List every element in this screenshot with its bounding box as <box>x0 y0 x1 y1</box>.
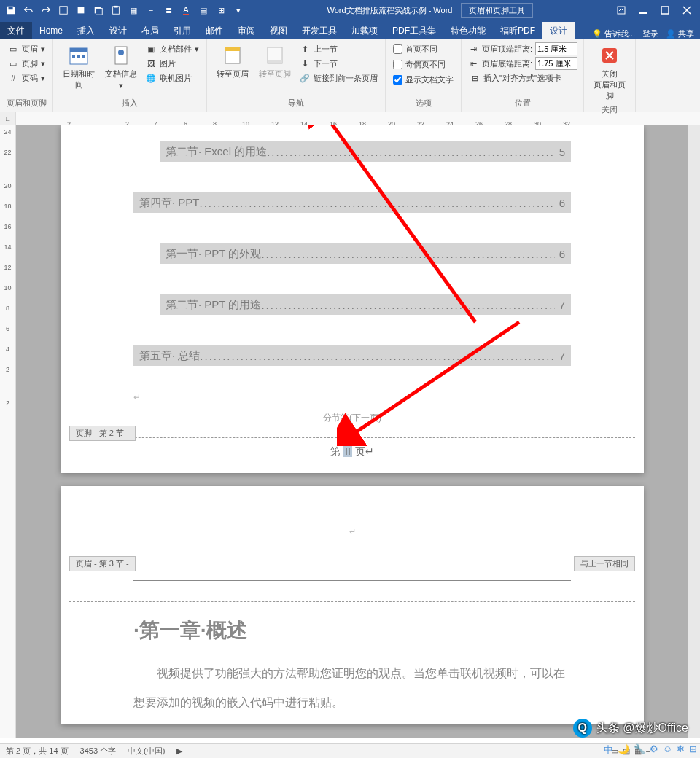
quick-access-toolbar: ▦ ≡ ≣ A ▤ ⊞ ▾ <box>0 2 249 18</box>
ribbon: ▭页眉 ▾ ▭页脚 ▾ #页码 ▾ 页眉和页脚 日期和时间 文档信息 ▾ ▣文档… <box>0 39 700 112</box>
svg-rect-0 <box>60 7 68 15</box>
context-tab-title: 页眉和页脚工具 <box>461 3 533 18</box>
datetime-button[interactable]: 日期和时间 <box>59 42 98 92</box>
tab-addins[interactable]: 加载项 <box>344 22 385 39</box>
qat-icon[interactable]: ≣ <box>160 2 176 18</box>
pagenum-icon: # <box>7 72 19 84</box>
goto-footer-button[interactable]: 转至页脚 <box>255 42 295 81</box>
tab-hf-design[interactable]: 设计 <box>542 22 575 39</box>
minimize-icon[interactable] <box>633 2 653 18</box>
tray-icon[interactable]: ⊞ <box>689 743 697 757</box>
close-hf-icon <box>598 44 621 67</box>
page-area[interactable]: 第二节· Excel 的用途..........................… <box>16 125 688 738</box>
group-label: 页眉和页脚 <box>6 96 47 109</box>
qat-icon[interactable] <box>73 2 89 18</box>
footer-page-number[interactable]: 第 II 页↵ <box>61 438 644 466</box>
qat-icon[interactable]: ⊞ <box>213 2 229 18</box>
undo-icon[interactable] <box>20 2 36 18</box>
tab-insert[interactable]: 插入 <box>70 22 102 39</box>
tray-icon[interactable]: ❄ <box>677 743 685 757</box>
language[interactable]: 中文(中国) <box>128 746 165 757</box>
qat-icon[interactable]: ▦ <box>125 2 141 18</box>
qat-icon[interactable] <box>55 2 71 18</box>
toc-entry: 第四章· PPT................................… <box>133 192 571 213</box>
online-pic-icon: 🌐 <box>145 72 157 84</box>
document-title: Word文档排版流程实战示例 - Word <box>327 5 453 16</box>
tray-icon[interactable]: 中 <box>604 743 613 757</box>
qat-icon[interactable] <box>90 2 106 18</box>
top-dist-icon: ⇥ <box>467 43 479 55</box>
tab-foxit[interactable]: 福昕PDF <box>493 22 542 39</box>
word-count[interactable]: 3453 个字 <box>80 746 117 757</box>
goto-header-button[interactable]: 转至页眉 <box>213 42 252 81</box>
redo-icon[interactable] <box>38 2 54 18</box>
top-dist-input[interactable] <box>535 42 578 55</box>
maximize-icon[interactable] <box>655 2 675 18</box>
paste-icon[interactable] <box>108 2 124 18</box>
first-page-diff-checkbox[interactable]: 首页不同 <box>392 42 455 56</box>
tab-pdfkit[interactable]: PDF工具集 <box>385 22 443 39</box>
tab-view[interactable]: 视图 <box>262 22 295 39</box>
qat-icon[interactable]: ≡ <box>143 2 159 18</box>
page-count[interactable]: 第 2 页，共 14 页 <box>6 746 69 757</box>
bot-dist-input[interactable] <box>535 57 578 70</box>
save-icon[interactable] <box>3 2 19 18</box>
svg-rect-13 <box>72 55 75 58</box>
tab-design[interactable]: 设计 <box>102 22 134 39</box>
qat-icon[interactable]: ▤ <box>195 2 211 18</box>
tray-icon[interactable]: ⚙ <box>650 743 658 757</box>
svg-rect-3 <box>96 8 103 15</box>
close-hf-button[interactable]: 关闭 页眉和页脚 <box>590 42 629 103</box>
docinfo-button[interactable]: 文档信息 ▾ <box>101 42 141 92</box>
odd-even-diff-checkbox[interactable]: 奇偶页不同 <box>392 58 455 71</box>
watermark: Q 头条 @爆炒Office <box>573 719 688 738</box>
header-button[interactable]: ▭页眉 ▾ <box>6 42 47 55</box>
tab-file[interactable]: 文件 <box>0 22 32 39</box>
svg-rect-14 <box>77 55 80 58</box>
bot-dist-icon: ⇤ <box>467 58 479 69</box>
toc-entry: 第二节· Excel 的用途..........................… <box>160 141 571 162</box>
footer-icon: ▭ <box>7 58 19 69</box>
insert-align-tab-button[interactable]: ⊟插入"对齐方式"选项卡 <box>467 71 578 85</box>
link-previous-button[interactable]: 🔗链接到前一条页眉 <box>298 71 379 85</box>
goto-header-icon <box>221 44 244 67</box>
tab-home[interactable]: Home <box>32 22 70 39</box>
align-tab-icon: ⊟ <box>469 72 481 84</box>
calendar-icon <box>67 44 90 67</box>
tab-review[interactable]: 审阅 <box>230 22 262 39</box>
close-icon[interactable] <box>677 2 697 18</box>
online-pic-button[interactable]: 🌐联机图片 <box>144 71 201 85</box>
picture-button[interactable]: 🖼图片 <box>144 57 201 70</box>
vertical-scrollbar[interactable] <box>688 125 700 738</box>
prev-section-button[interactable]: ⬆上一节 <box>298 42 379 55</box>
parts-icon: ▣ <box>145 43 157 55</box>
ribbon-options-icon[interactable] <box>611 2 631 18</box>
toc-entry: 第二节· PPT 的用途............................… <box>160 294 571 315</box>
pagenum-button[interactable]: #页码 ▾ <box>6 71 47 85</box>
tell-me[interactable]: 💡 告诉我... <box>592 28 635 39</box>
tray-icon[interactable]: ☺ <box>663 743 672 757</box>
tab-mailings[interactable]: 邮件 <box>198 22 230 39</box>
svg-rect-6 <box>618 7 625 14</box>
header-section-label: 页眉 - 第 3 节 - <box>69 556 136 571</box>
footer-button[interactable]: ▭页脚 ▾ <box>6 57 47 70</box>
next-section-button[interactable]: ⬇下一节 <box>298 57 379 70</box>
document-workspace: 242220181614121086422 第二节· Excel 的用途....… <box>0 125 700 738</box>
body-paragraph: 视频提供了功能强大的方法帮助您证明您的观点。当您单击联机视频时，可以在想要添加的… <box>61 652 644 724</box>
macro-icon[interactable]: ▶ <box>176 746 182 756</box>
tab-references[interactable]: 引用 <box>166 22 198 39</box>
font-color-icon[interactable]: A <box>178 2 194 18</box>
svg-rect-5 <box>114 6 117 8</box>
qat-dropdown-icon[interactable]: ▾ <box>230 2 246 18</box>
group-label: 选项 <box>392 96 455 109</box>
tab-developer[interactable]: 开发工具 <box>295 22 344 39</box>
tray-icon[interactable]: 🌙 <box>618 743 629 757</box>
show-doc-text-checkbox[interactable]: 显示文档文字 <box>392 73 455 87</box>
tray-icon[interactable]: 🔧 <box>634 743 645 757</box>
login-button[interactable]: 登录 <box>642 28 658 39</box>
tab-special[interactable]: 特色功能 <box>443 22 493 39</box>
docparts-button[interactable]: ▣文档部件 ▾ <box>144 42 201 55</box>
vertical-ruler[interactable]: 242220181614121086422 <box>0 125 16 738</box>
share-button[interactable]: 👤 共享 <box>666 28 694 39</box>
tab-layout[interactable]: 布局 <box>134 22 166 39</box>
